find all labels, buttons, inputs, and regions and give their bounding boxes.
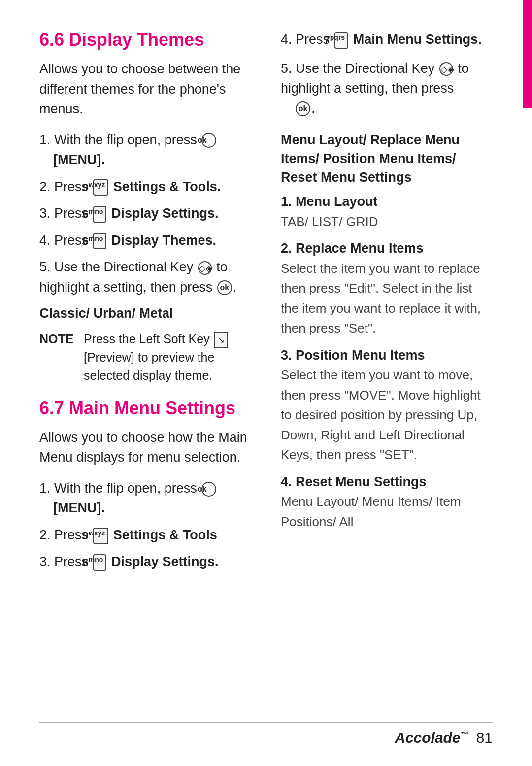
sub-item-sub-2: Select the item you want to replace then…	[281, 261, 481, 336]
sub-item-sub-4: Menu Layout/ Menu Items/ Item Positions/…	[281, 494, 461, 529]
section-67-desc: Allows you to choose how the Main Menu d…	[39, 428, 251, 467]
key-6mno-3: 6mno	[93, 554, 107, 571]
ok-icon-2: ok	[217, 280, 232, 295]
step-bold: Settings & Tools.	[113, 179, 221, 194]
note-label: NOTE	[39, 330, 79, 384]
step-66-4: 4. Press 6mno Display Themes.	[39, 231, 251, 251]
ok-icon-1: ok	[201, 133, 216, 148]
page-container: 6.6 Display Themes Allows you to choose …	[0, 0, 532, 766]
section-66-desc: Allows you to choose between the differe…	[39, 59, 251, 119]
left-column: 6.6 Display Themes Allows you to choose …	[39, 30, 251, 579]
sub-item-num-3: 3. Position Menu Items	[281, 348, 425, 363]
sub-item-num-4: 4. Reset Menu Settings	[281, 474, 427, 489]
footer-brand: Accolade™	[395, 730, 468, 746]
ok-icon-3: ok	[201, 482, 216, 497]
soft-key-icon: ↘	[214, 332, 228, 348]
step-text: 5. Use the Directional Key	[39, 260, 197, 274]
step-right-5: 5. Use the Directional Key ◈ to highligh…	[281, 59, 493, 119]
step-66-1: 1. With the flip open, press ok [MENU].	[39, 130, 251, 170]
note-block: NOTE Press the Left Soft Key ↘ [Preview]…	[39, 330, 251, 384]
section-66-title: 6.6 Display Themes	[39, 30, 251, 50]
step-67-2: 2. Press 9wxyz Settings & Tools	[39, 525, 251, 545]
step-num: 1. With the flip open, press	[39, 481, 200, 496]
accent-bar	[523, 0, 532, 108]
sub-item-sub-3: Select the item you want to move, then p…	[281, 367, 481, 462]
step-67-3: 3. Press 6mno Display Settings.	[39, 552, 251, 572]
right-column: 4. Press 7pqrs Main Menu Settings. 5. Us…	[281, 30, 493, 579]
footer-trademark: ™	[461, 731, 468, 739]
footer: Accolade™ 81	[39, 722, 493, 746]
step-67-1: 1. With the flip open, press ok [MENU].	[39, 478, 251, 518]
step-right-4: 4. Press 7pqrs Main Menu Settings.	[281, 30, 493, 50]
step-bold: [MENU].	[53, 152, 105, 167]
section-66: 6.6 Display Themes Allows you to choose …	[39, 30, 251, 384]
step-66-5: 5. Use the Directional Key ◈ to highligh…	[39, 257, 251, 297]
sub-item-2: 2. Replace Menu Items Select the item yo…	[281, 238, 493, 338]
key-6mno-2: 6mno	[93, 233, 107, 250]
ok-icon-4: ok	[296, 101, 310, 116]
step-bold: Display Settings.	[111, 206, 219, 221]
sub-item-num-1: 1. Menu Layout	[281, 194, 378, 209]
key-9wxyz-2: 9wxyz	[93, 528, 109, 544]
sub-item-num-2: 2. Replace Menu Items	[281, 241, 424, 256]
step-bold: Main Menu Settings.	[353, 32, 482, 47]
sub-item-3: 3. Position Menu Items Select the item y…	[281, 345, 493, 465]
sub-item-1: 1. Menu Layout TAB/ LIST/ GRID	[281, 192, 493, 232]
key-6mno: 6mno	[93, 206, 107, 223]
step-bold: Settings & Tools	[113, 528, 217, 542]
step-bold: Display Settings.	[111, 554, 219, 569]
step-bold: Display Themes.	[111, 233, 216, 248]
key-7pqrs: 7pqrs	[334, 32, 349, 49]
sub-item-sub-1: TAB/ LIST/ GRID	[281, 214, 378, 229]
two-column-layout: 6.6 Display Themes Allows you to choose …	[39, 30, 493, 579]
classic-urban-metal: Classic/ Urban/ Metal	[39, 306, 251, 321]
key-9wxyz: 9wxyz	[93, 179, 109, 196]
sub-item-4: 4. Reset Menu Settings Menu Layout/ Menu…	[281, 472, 493, 532]
step-bold: [MENU].	[53, 500, 105, 515]
section-67: 6.7 Main Menu Settings Allows you to cho…	[39, 398, 251, 572]
footer-page-number: 81	[476, 730, 493, 746]
note-text: Press the Left Soft Key ↘ [Preview] to p…	[84, 330, 251, 384]
step-text: 5. Use the Directional Key	[281, 61, 438, 76]
step-ok-wrap: ok.	[295, 101, 315, 116]
step-66-2: 2. Press 9wxyz Settings & Tools.	[39, 177, 251, 197]
step-num: 1. With the flip open, press	[39, 133, 200, 147]
subsection-title: Menu Layout/ Replace Menu Items/ Positio…	[281, 131, 493, 187]
step-66-3: 3. Press 6mno Display Settings.	[39, 203, 251, 224]
dir-key-icon: ◈	[198, 261, 212, 275]
section-67-title: 6.7 Main Menu Settings	[39, 398, 251, 419]
dir-key-icon-2: ◈	[439, 62, 453, 76]
